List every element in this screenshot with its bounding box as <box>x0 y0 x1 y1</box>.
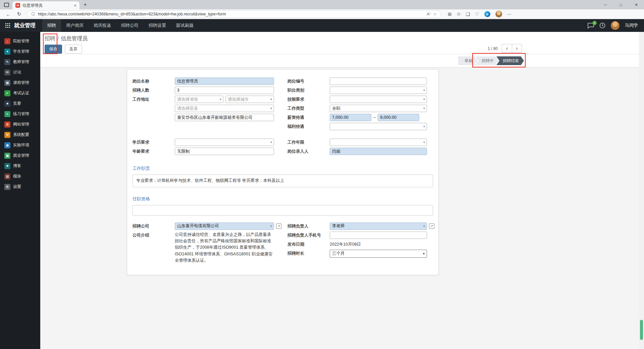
sidebar-item-student-management[interactable]: ✦ 学生管理 <box>0 46 40 57</box>
window-minimize-button[interactable]: ─ <box>598 0 613 9</box>
system-config-icon: ⚒ <box>4 132 10 138</box>
tab-close-icon[interactable]: × <box>74 3 76 8</box>
address-detail-input[interactable] <box>175 114 274 121</box>
category-select[interactable]: ▾ <box>330 87 427 94</box>
province-select[interactable]: 请选择省份 ▾ <box>175 96 223 103</box>
window-close-button[interactable]: ✕ <box>629 0 644 9</box>
top-menu: 招聘 用户简历 简历投递 招聘公司 招聘设置 面试刷题 <box>42 19 199 32</box>
site-favicon: H <box>15 3 20 8</box>
breadcrumb-separator: / <box>57 36 59 42</box>
sidebar-item-system-config[interactable]: ⚒ 系统配置 <box>0 130 40 140</box>
user-avatar[interactable] <box>611 21 620 30</box>
sidebar-item-modules[interactable]: ▧ 模块 <box>0 171 40 182</box>
top-menu-recruit-company[interactable]: 招聘公司 <box>116 19 144 32</box>
messages-icon[interactable]: 1 <box>588 23 594 29</box>
chevron-down-icon: ▾ <box>423 98 425 101</box>
tab-title: 信息管理员 <box>22 3 71 8</box>
salary-min-input[interactable] <box>330 114 371 121</box>
sidebar-item-discussion[interactable]: ✉ 讨论 <box>0 67 40 78</box>
browser-essentials-icon[interactable]: ♡ <box>475 11 479 17</box>
skills-select[interactable]: ▾ <box>330 96 427 103</box>
publish-date-label: 发布日期 <box>287 241 330 248</box>
duration-select[interactable]: 三个月 ▾ <box>330 250 427 258</box>
status-step-finished[interactable]: 招聘结束 <box>496 56 524 65</box>
sidebar-item-employment-management[interactable]: ▣ 就业管理 <box>0 150 40 161</box>
control-panel: 招聘 / 信息管理员 保存 丢弃 1 / 80 ‹ › <box>40 32 644 54</box>
duties-textarea[interactable]: 专业要求：计算机科学与技术、软件工程、物联网工程等 学历要求：本科及以上 <box>132 174 433 187</box>
job-code-input[interactable] <box>330 78 427 85</box>
split-screen-icon[interactable]: ⊞ <box>448 11 452 17</box>
collections-icon[interactable]: ❏ <box>466 11 470 17</box>
salary-max-input[interactable] <box>378 114 419 121</box>
age-input[interactable] <box>175 148 274 155</box>
status-step-draft[interactable]: 草稿 <box>458 56 478 65</box>
sidebar-item-practice-management[interactable]: ≡ 练习管理 <box>0 109 40 119</box>
teacher-icon: ✎ <box>4 59 10 65</box>
back-icon[interactable]: ← <box>4 11 13 17</box>
company-external-link-icon[interactable]: ↗ <box>276 223 281 229</box>
url-text: https://abc.hwua.com/web#id=240368&menu_… <box>38 12 424 16</box>
more-menu-icon[interactable]: ⋯ <box>507 11 512 17</box>
favorite-star-icon[interactable]: ☆ <box>433 12 437 16</box>
headcount-input[interactable] <box>175 87 274 94</box>
qualification-textarea[interactable] <box>132 205 433 216</box>
chevron-down-icon: ▾ <box>423 252 425 255</box>
browser-tab[interactable]: H 信息管理员 × <box>12 1 79 9</box>
district-select[interactable]: 请选择区县 ▾ <box>175 105 274 112</box>
sidebar-item-exam-certification[interactable]: ✔ 考试认证 <box>0 88 40 98</box>
sidebar: ⌂ 院校管理 ✦ 学生管理 ✎ 教师管理 ✉ 讨论 ▦ 课程管理 ✔ 考试认证 … <box>0 32 40 349</box>
window-maximize-button[interactable]: □ <box>613 0 629 9</box>
salary-label: 薪资待遇 <box>287 114 330 121</box>
scrollbar-thumb[interactable] <box>640 320 643 340</box>
city-select[interactable]: 请选择城市 ▾ <box>225 96 274 103</box>
duties-section-title[interactable]: 工作职责 <box>132 165 433 171</box>
read-aloud-icon[interactable]: A⁾ <box>427 12 430 16</box>
job-type-select[interactable]: 全职 ▾ <box>330 105 427 112</box>
activity-clock-icon[interactable] <box>599 22 605 29</box>
recruiter-select[interactable]: 李老师 ▾ <box>330 222 427 230</box>
new-tab-button[interactable]: + <box>84 1 87 8</box>
recruiter-external-link-icon[interactable]: ↗ <box>429 223 434 229</box>
top-menu-recruit-settings[interactable]: 招聘设置 <box>144 19 171 32</box>
browser-profile-avatar[interactable] <box>495 11 502 17</box>
recruiter-phone-input[interactable] <box>330 232 427 239</box>
sidebar-item-course-management[interactable]: ▦ 课程管理 <box>0 78 40 88</box>
status-step-recruiting[interactable]: 招聘中 <box>475 56 499 65</box>
address-bar[interactable]: ⓘ https://abc.hwua.com/web#id=240368&men… <box>27 10 441 18</box>
sidebar-item-lab-environment[interactable]: ◉ 实验环境 <box>0 140 40 150</box>
education-select[interactable]: ▾ <box>175 139 274 146</box>
sidebar-item-teacher-management[interactable]: ✎ 教师管理 <box>0 57 40 67</box>
sidebar-item-competition[interactable]: ★ 竞赛 <box>0 98 40 109</box>
user-name[interactable]: 马同学 <box>625 22 638 29</box>
refresh-icon[interactable]: ↻ <box>15 11 23 17</box>
discard-button[interactable]: 丢弃 <box>65 45 82 54</box>
favorites-icon[interactable]: ✩ <box>457 11 461 17</box>
top-menu-user-resume[interactable]: 用户简历 <box>61 19 89 32</box>
site-info-icon[interactable]: ⓘ <box>31 11 35 17</box>
app-title[interactable]: 就业管理 <box>14 22 36 29</box>
recorder-input[interactable] <box>330 148 427 155</box>
experience-select[interactable]: ▾ <box>330 139 427 146</box>
competition-icon: ★ <box>4 101 10 107</box>
benefits-select[interactable]: ▾ <box>330 123 427 130</box>
qualification-section-title[interactable]: 任职资格 <box>132 196 433 202</box>
sidebar-item-settings[interactable]: ⚙ 设置 <box>0 182 40 192</box>
breadcrumb-parent[interactable]: 招聘 <box>45 35 55 42</box>
chevron-down-icon: ▾ <box>423 141 425 144</box>
edge-logo-icon[interactable]: e <box>484 11 490 17</box>
app-header: 就业管理 招聘 用户简历 简历投递 招聘公司 招聘设置 面试刷题 1 马同学 <box>0 19 644 32</box>
sidebar-item-college-management[interactable]: ⌂ 院校管理 <box>0 36 40 46</box>
pager-next-button[interactable]: › <box>512 44 522 53</box>
top-menu-recruit[interactable]: 招聘 <box>42 19 61 32</box>
job-title-input[interactable] <box>175 78 274 85</box>
top-menu-interview-questions[interactable]: 面试刷题 <box>171 19 199 32</box>
apps-grid-icon[interactable] <box>5 23 10 28</box>
sidebar-item-blog[interactable]: ❖ 博客 <box>0 161 40 171</box>
pager-prev-button[interactable]: ‹ <box>502 44 512 53</box>
top-menu-resume-delivery[interactable]: 简历投递 <box>89 19 116 32</box>
publish-date-value[interactable]: 2022年10月08日 <box>330 241 427 248</box>
save-button[interactable]: 保存 <box>45 45 62 54</box>
sidebar-item-website-management[interactable]: ⊕ 网站管理 <box>0 119 40 130</box>
skills-label: 技能要求 <box>287 96 330 103</box>
company-select[interactable]: 山东泰开电缆有限公司 ▾ <box>175 222 274 230</box>
